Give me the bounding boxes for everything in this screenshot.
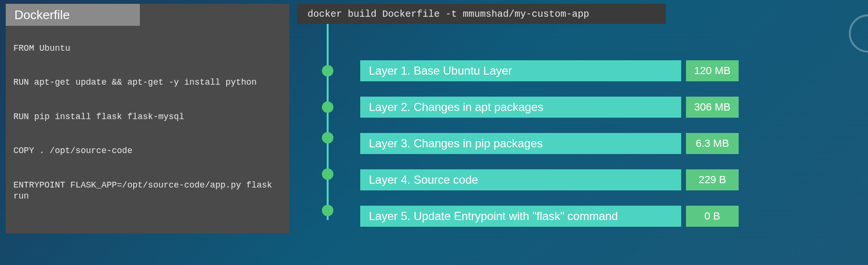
code-line: RUN pip install flask flask-mysql [13,111,282,122]
layer-row: Layer 1. Base Ubuntu Layer 120 MB [360,60,739,81]
timeline-line [327,24,329,220]
timeline-dot [322,132,333,144]
code-line: ENTRYPOINT FLASK_APP=/opt/source-code/ap… [13,180,282,202]
layer-size: 0 B [686,206,739,227]
layer-label: Layer 1. Base Ubuntu Layer [360,60,681,81]
layer-row: Layer 4. Source code 229 B [360,169,739,190]
timeline-dot [322,205,333,216]
dockerfile-code: FROM Ubuntu RUN apt-get update && apt-ge… [6,26,289,202]
code-line: FROM Ubuntu [13,43,282,54]
layer-label: Layer 4. Source code [360,169,681,190]
layer-label: Layer 3. Changes in pip packages [360,133,681,154]
layer-row: Layer 3. Changes in pip packages 6.3 MB [360,133,739,154]
dockerfile-panel: Dockerfile FROM Ubuntu RUN apt-get updat… [6,4,289,233]
docker-build-command: docker build Dockerfile -t mmumshad/my-c… [297,4,666,24]
layer-size: 306 MB [686,97,739,118]
dockerfile-tab-label: Dockerfile [14,8,70,22]
code-line: COPY . /opt/source-code [13,145,282,156]
layer-size: 120 MB [686,60,739,81]
layer-label: Layer 2. Changes in apt packages [360,97,681,118]
command-text: docker build Dockerfile -t mmumshad/my-c… [308,9,589,20]
code-line: RUN apt-get update && apt-get -y install… [13,77,282,88]
layer-row: Layer 2. Changes in apt packages 306 MB [360,97,739,118]
layer-label: Layer 5. Update Entrypoint with "flask" … [360,206,681,227]
decorative-circle-icon [849,14,868,53]
timeline-dot [322,65,333,77]
layer-size: 229 B [686,169,739,190]
timeline-dot [322,101,333,113]
layers-container: Layer 1. Base Ubuntu Layer 120 MB Layer … [360,60,739,242]
layer-row: Layer 5. Update Entrypoint with "flask" … [360,206,739,227]
layer-size: 6.3 MB [686,133,739,154]
timeline-dot [322,168,333,180]
dockerfile-tab: Dockerfile [6,4,140,26]
